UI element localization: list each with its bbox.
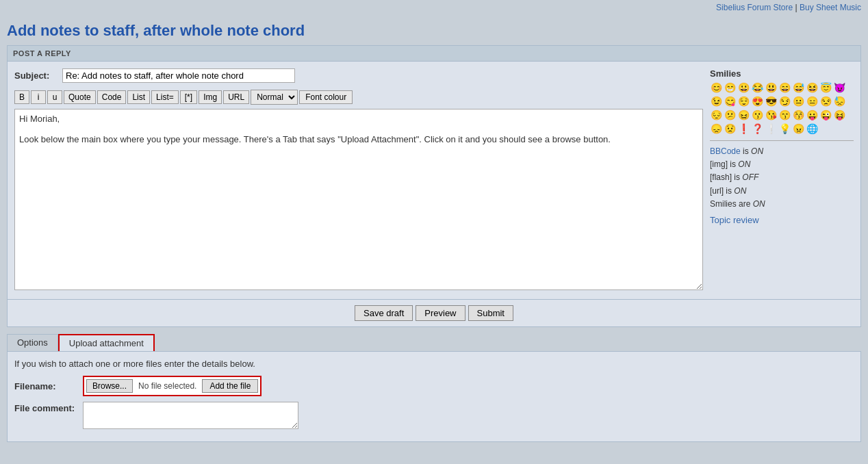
- browse-button[interactable]: Browse...: [86, 379, 133, 393]
- smiley-8[interactable]: 😆: [806, 81, 818, 94]
- top-nav: Sibelius Forum Store | Buy Sheet Music: [0, 0, 868, 15]
- bbcode-link[interactable]: BBCode: [710, 146, 741, 156]
- action-bar: Save draft Preview Submit: [8, 299, 860, 326]
- smiley-28[interactable]: 😛: [806, 109, 818, 121]
- toolbar: B i u Quote Code List List= [*] Img URL …: [14, 90, 703, 105]
- smiley-12[interactable]: 😋: [724, 95, 736, 107]
- attach-file-group: Browse... No file selected. Add the file: [83, 376, 261, 396]
- smiley-21[interactable]: 😔: [710, 109, 722, 121]
- smiley-27[interactable]: 😚: [792, 109, 804, 121]
- smilies-title: Smilies: [710, 68, 854, 79]
- bold-button[interactable]: B: [14, 90, 29, 104]
- smiley-3[interactable]: 😀: [737, 81, 750, 94]
- smiley-17[interactable]: 😐: [792, 95, 804, 107]
- subject-label: Subject:: [14, 70, 62, 81]
- underline-button[interactable]: u: [47, 90, 62, 104]
- filename-row: Filename: Browse... No file selected. Ad…: [14, 376, 854, 396]
- size-select[interactable]: Normal: [251, 90, 298, 105]
- smiley-6[interactable]: 😄: [778, 81, 791, 94]
- list-button[interactable]: List: [127, 90, 150, 104]
- preview-button[interactable]: Preview: [416, 305, 465, 321]
- smiley-32[interactable]: 😟: [724, 123, 736, 135]
- smiley-19[interactable]: 😒: [819, 95, 832, 107]
- subject-row: Subject:: [14, 68, 703, 83]
- post-reply-header: POST A REPLY: [8, 46, 860, 62]
- smiley-35[interactable]: ❕: [765, 123, 777, 135]
- form-left: Subject: B i u Quote Code List List= [*]…: [14, 68, 703, 292]
- list-equal-button[interactable]: List=: [151, 90, 179, 104]
- smiley-33[interactable]: ❗: [737, 123, 750, 135]
- url-button[interactable]: URL: [223, 90, 249, 104]
- tabs-section: Options Upload attachment If you wish to…: [7, 334, 861, 442]
- forum-store-link[interactable]: Sibelius Forum Store: [716, 3, 793, 12]
- smiley-7[interactable]: 😅: [792, 81, 804, 94]
- tab-content: If you wish to attach one or more files …: [7, 351, 861, 442]
- img-label: [img]: [710, 159, 728, 169]
- smiley-5[interactable]: 😃: [765, 81, 777, 94]
- bb-info: BBCode is ON [img] is ON [flash] is OFF …: [710, 140, 854, 211]
- smiley-26[interactable]: 😙: [778, 109, 791, 121]
- form-area: Subject: B i u Quote Code List List= [*]…: [8, 62, 860, 299]
- tabs-row: Options Upload attachment: [7, 334, 861, 351]
- smiley-15[interactable]: 😎: [765, 95, 777, 107]
- smilies-grid: 😊 😁 😀 😂 😃 😄 😅 😆 😇 😈 😉 😋 😌 😍 😎 😏 😐 😑 😒: [710, 81, 854, 135]
- smiley-4[interactable]: 😂: [751, 81, 763, 94]
- options-tab[interactable]: Options: [7, 334, 58, 351]
- file-comment-textarea[interactable]: [83, 402, 298, 429]
- smiley-2[interactable]: 😁: [724, 81, 736, 94]
- save-draft-button[interactable]: Save draft: [355, 305, 413, 321]
- bbcode-status: ON: [751, 146, 763, 156]
- bbcode-label: BBCode is: [710, 146, 751, 156]
- smiley-31[interactable]: 😞: [710, 123, 722, 135]
- smiley-38[interactable]: 🌐: [806, 123, 818, 135]
- smiley-1[interactable]: 😊: [710, 81, 722, 94]
- subject-input[interactable]: [62, 68, 295, 83]
- font-colour-button[interactable]: Font colour: [299, 90, 353, 104]
- smiley-13[interactable]: 😌: [737, 95, 750, 107]
- img-status: ON: [738, 159, 750, 169]
- asterisk-button[interactable]: [*]: [180, 90, 197, 104]
- upload-attachment-tab[interactable]: Upload attachment: [58, 334, 155, 351]
- smiley-29[interactable]: 😜: [819, 109, 832, 121]
- message-textarea[interactable]: Hi Moriah, Look below the main box where…: [14, 109, 703, 290]
- url-status: ON: [734, 186, 746, 196]
- upload-description: If you wish to attach one or more files …: [14, 359, 854, 369]
- flash-label: [flash]: [710, 172, 732, 182]
- buy-sheet-music-link[interactable]: Buy Sheet Music: [800, 3, 861, 12]
- submit-button[interactable]: Submit: [468, 305, 513, 321]
- topic-review-link[interactable]: Topic review: [710, 215, 759, 225]
- smiley-37[interactable]: 😠: [792, 123, 804, 135]
- italic-button[interactable]: i: [31, 90, 46, 104]
- smiley-34[interactable]: ❓: [751, 123, 763, 135]
- smiley-18[interactable]: 😑: [806, 95, 818, 107]
- smilies-label: Smilies are: [710, 199, 750, 209]
- smiley-23[interactable]: 😖: [737, 109, 750, 121]
- smiley-36[interactable]: 💡: [778, 123, 791, 135]
- smilies-status: ON: [753, 199, 765, 209]
- page-title: Add notes to staff, after whole note cho…: [0, 15, 868, 45]
- smiley-25[interactable]: 😘: [765, 109, 777, 121]
- quote-button[interactable]: Quote: [64, 90, 96, 104]
- smiley-14[interactable]: 😍: [751, 95, 763, 107]
- smiley-20[interactable]: 😓: [833, 95, 845, 107]
- file-comment-label: File comment:: [14, 402, 83, 413]
- smiley-16[interactable]: 😏: [778, 95, 791, 107]
- filename-label: Filename:: [14, 381, 83, 391]
- flash-status: OFF: [742, 172, 758, 182]
- form-right: Smilies 😊 😁 😀 😂 😃 😄 😅 😆 😇 😈 😉 😋 😌 😍 😎 😏 …: [710, 68, 854, 292]
- add-file-button[interactable]: Add the file: [202, 379, 258, 393]
- smiley-9[interactable]: 😇: [819, 81, 832, 94]
- smiley-11[interactable]: 😉: [710, 95, 722, 107]
- img-button[interactable]: Img: [199, 90, 222, 104]
- outer-box: POST A REPLY Subject: B i u Quote Code L…: [7, 45, 861, 327]
- smiley-10[interactable]: 😈: [833, 81, 845, 94]
- code-button[interactable]: Code: [97, 90, 127, 104]
- smiley-22[interactable]: 😕: [724, 109, 736, 121]
- no-file-text: No file selected.: [136, 381, 199, 391]
- url-label: [url]: [710, 186, 724, 196]
- smiley-24[interactable]: 😗: [751, 109, 763, 121]
- file-comment-row: File comment:: [14, 402, 854, 429]
- smiley-30[interactable]: 😝: [833, 109, 845, 121]
